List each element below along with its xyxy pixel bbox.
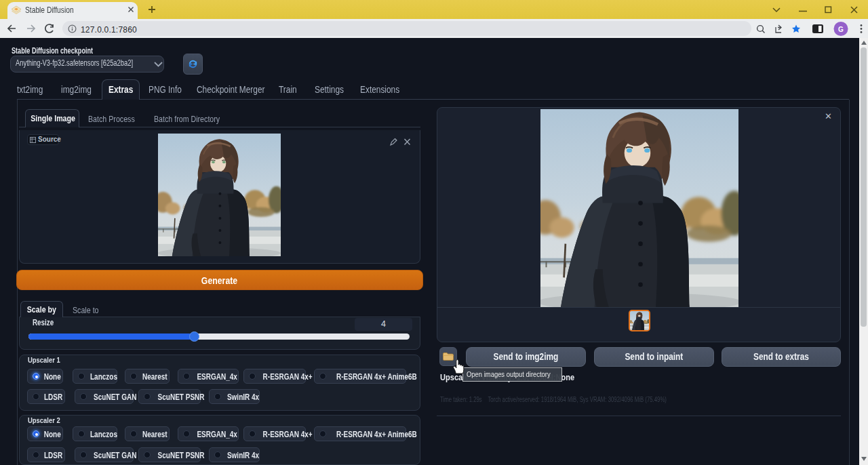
svg-text:G: G: [838, 26, 844, 33]
